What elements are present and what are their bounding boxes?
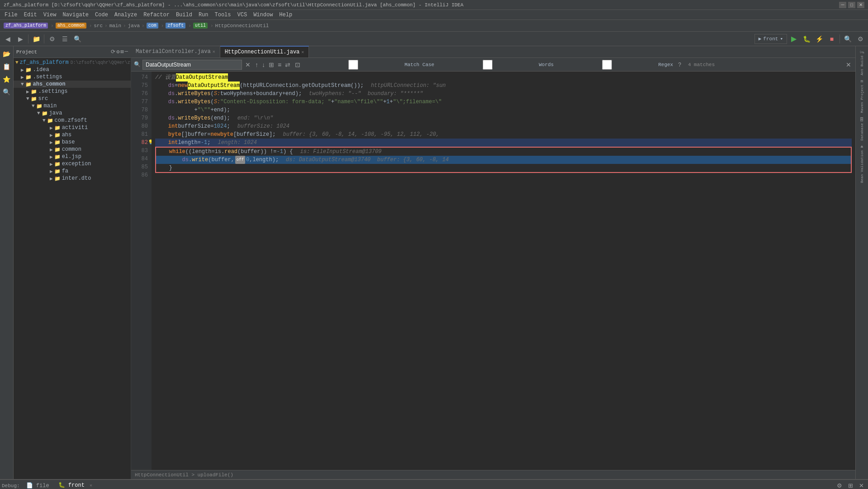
tab-close-material[interactable]: ✕ [213, 49, 215, 54]
search-everywhere[interactable]: 🔍 [71, 34, 83, 44]
menu-view[interactable]: View [41, 11, 59, 19]
sidebar-project-icon[interactable]: 📂 [1, 48, 13, 60]
tab-http-connection[interactable]: HttpConnectionUtil.java ✕ [220, 46, 309, 58]
bc-sep-8: › [210, 23, 213, 29]
debug-tab-front[interactable]: 🐛 front ✕ [54, 480, 97, 489]
bc-java[interactable]: java [128, 23, 140, 29]
expand-icon[interactable]: ⊞ [121, 48, 124, 55]
src-label: src [38, 96, 48, 102]
menu-build[interactable]: Build [173, 11, 195, 19]
gear-icon[interactable]: ⚙ [116, 48, 119, 55]
menu-run[interactable]: Run [196, 11, 211, 19]
menu-help[interactable]: Help [276, 11, 295, 19]
run-button[interactable]: ▶ [788, 34, 800, 44]
tree-ahs[interactable]: ▶ 📁 ahs [14, 131, 131, 139]
menu-refactor[interactable]: Refactor [141, 11, 172, 19]
sidebar-find-icon[interactable]: 🔍 [1, 86, 13, 98]
recent-files-button[interactable]: 📁 [30, 34, 42, 44]
debug-close-button[interactable]: ✕ [856, 481, 866, 489]
tree-base[interactable]: ▶ 📁 base [14, 139, 131, 146]
tree-settings[interactable]: ▶ 📁 .settings [14, 73, 131, 81]
bc-main[interactable]: main [109, 23, 121, 29]
right-icon-database[interactable]: 🗄 Database [856, 115, 868, 142]
run-with-coverage-button[interactable]: ⚡ [813, 34, 825, 44]
tree-java[interactable]: ▼ 📁 java [14, 110, 131, 117]
tree-common[interactable]: ▶ 📁 common [14, 146, 131, 153]
structure-button[interactable]: ☰ [59, 34, 71, 44]
menu-navigate[interactable]: Navigate [60, 11, 91, 19]
help-button[interactable]: ? [677, 62, 683, 68]
find-wordmode-button[interactable]: ⊞ [267, 61, 275, 68]
back-button[interactable]: ◀ [2, 34, 14, 44]
tab-material-controller[interactable]: MaterialController.java ✕ [131, 46, 220, 58]
debug-tab-front-close[interactable]: ✕ [90, 483, 92, 488]
minimize-button[interactable]: ─ [839, 2, 846, 8]
bc-com[interactable]: com [147, 23, 158, 29]
right-icon-maven[interactable]: m Maven Project [856, 77, 868, 115]
menu-tools[interactable]: Tools [212, 11, 234, 19]
filter-occurrences-button[interactable]: ⊡ [294, 61, 302, 68]
tree-src[interactable]: ▼ 📁 src [14, 95, 131, 102]
debug-button[interactable]: 🐛 [801, 34, 812, 44]
right-icon-bean[interactable]: ☘ Bean Validation [856, 143, 868, 185]
bc-project-folder[interactable]: zf_ahs_platform [4, 23, 48, 29]
menu-vcs[interactable]: VCS [235, 11, 250, 19]
tab-close-http[interactable]: ✕ [301, 49, 304, 55]
forward-button[interactable]: ▶ [14, 34, 26, 44]
debug-tab-file[interactable]: 📄 file [22, 480, 54, 489]
match-case-checkbox[interactable]: Match Case [304, 60, 434, 70]
tree-fa[interactable]: ▶ 📁 fa [14, 168, 131, 175]
bc-util[interactable]: util [193, 23, 208, 29]
settings-button[interactable]: ⚙ [46, 34, 58, 44]
tree-activiti[interactable]: ▶ 📁 activiti [14, 124, 131, 131]
tree-inter-dto[interactable]: ▶ 📁 inter.dto [14, 175, 131, 182]
tree-exception[interactable]: ▶ 📁 exception [14, 160, 131, 168]
right-icon-ant[interactable]: 🐜 Ant Build [856, 48, 868, 77]
bc-sep-5: › [142, 23, 145, 29]
menu-window[interactable]: Window [251, 11, 275, 19]
tree-root[interactable]: ▼ zf_ahs_platform D:\zfsoft\qqhr\QQHer\z… [14, 59, 131, 66]
next-match-button[interactable]: ↓ [261, 61, 266, 68]
tree-eljsp[interactable]: ▶ 📁 el.jsp [14, 153, 131, 160]
maximize-button[interactable]: □ [848, 2, 855, 8]
words-checkbox[interactable]: Words [438, 60, 554, 70]
dropdown-arrow-icon: ▾ [780, 36, 783, 42]
settings2-button[interactable]: ⚙ [854, 34, 866, 44]
code-content[interactable]: // 设置DataOutputStream ds = new DataOutpu… [152, 72, 855, 470]
code-line-77: ds.writeBytes(S: "Content-Disposition: f… [155, 98, 852, 106]
code-line-75: ds = new DataOutputStream(httpURLConnect… [155, 82, 852, 90]
debug-settings-button[interactable]: ⚙ [835, 481, 844, 489]
tree-idea[interactable]: ▶ 📁 .idea [14, 66, 131, 73]
bc-src[interactable]: src [94, 23, 103, 29]
bc-zfsoft[interactable]: zfsoft [166, 23, 185, 29]
prev-match-button[interactable]: ↑ [254, 61, 260, 68]
sync-icon[interactable]: ⟳ [111, 48, 115, 55]
debug-restore-button[interactable]: ⊞ [845, 481, 855, 489]
clear-search-button[interactable]: ✕ [244, 61, 252, 68]
base-label: base [62, 139, 75, 145]
filter-button[interactable]: ≡ [276, 61, 283, 68]
bean-icon: ☘ [861, 144, 863, 149]
sidebar-favorites-icon[interactable]: ⭐ [1, 73, 13, 85]
sidebar-structure-icon[interactable]: 📋 [1, 61, 13, 72]
tree-ahs-common[interactable]: ▼ 📁 ahs_common [14, 81, 131, 88]
bc-file[interactable]: HttpConnectionUtil [215, 23, 269, 29]
regex-checkbox[interactable]: Regex [557, 60, 673, 70]
close-search-button[interactable]: ✕ [844, 61, 853, 68]
bc-module-folder[interactable]: ahs_common [56, 23, 86, 29]
window-title: zf_ahs_platform [D:\zfsoft\qqhr\QQHer\zf… [4, 2, 839, 8]
menu-file[interactable]: File [2, 11, 20, 19]
menu-analyze[interactable]: Analyze [112, 11, 140, 19]
search-input[interactable] [142, 60, 242, 70]
tree-settings2[interactable]: ▶ 📁 .settings [14, 88, 131, 95]
tree-main[interactable]: ▼ 📁 main [14, 102, 131, 110]
menu-edit[interactable]: Edit [21, 11, 40, 19]
stop-button[interactable]: ■ [826, 34, 838, 44]
replace-button[interactable]: ⇄ [284, 61, 292, 68]
tree-com-zfsoft[interactable]: ▼ 📁 com.zfsoft [14, 117, 131, 124]
run-config-dropdown[interactable]: ▶ front ▾ [754, 34, 787, 44]
search-button[interactable]: 🔍 [842, 34, 854, 44]
menu-code[interactable]: Code [92, 11, 111, 19]
close-panel-icon[interactable]: ─ [125, 48, 128, 55]
close-button[interactable]: ✕ [857, 2, 864, 8]
